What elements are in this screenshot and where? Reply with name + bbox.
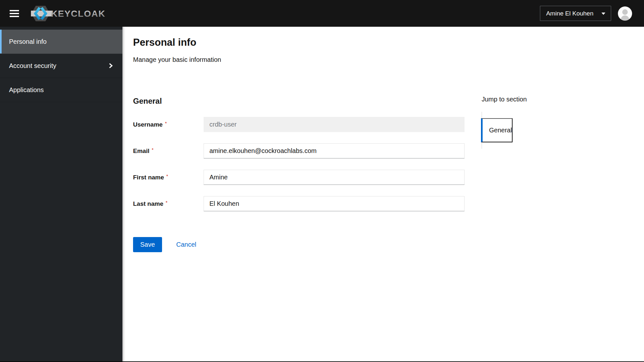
hamburger-bar [10,13,19,14]
label-text: Last name [133,200,163,207]
label-text: Username [133,121,163,128]
sidebar-item-account-security[interactable]: Account security [0,54,122,78]
jump-to-section-rail: Jump to section General [482,96,585,149]
user-menu-dropdown[interactable]: Amine El Kouhen [540,6,611,21]
hamburger-icon[interactable] [10,10,19,17]
keycloak-logo[interactable]: KEYCLOAK [31,5,111,22]
first-name-label: First name * [133,170,204,185]
keycloak-logo-icon: KEYCLOAK [31,5,111,22]
hamburger-bar [10,10,19,11]
sidebar: Personal info Account security Applicati… [0,27,122,362]
email-label: Email * [133,143,204,158]
masthead: KEYCLOAK Amine El Kouhen [0,0,644,27]
user-avatar-icon [618,6,632,21]
page-title: Personal info [133,37,221,48]
sidebar-item-personal-info[interactable]: Personal info [0,30,122,54]
sidebar-item-applications[interactable]: Applications [0,78,122,102]
first-name-input[interactable] [204,170,465,185]
form-actions: Save Cancel [133,237,465,252]
required-asterisk: * [152,147,154,152]
chevron-right-icon [109,63,113,69]
personal-info-form: General Username * Email * First name [133,96,465,252]
last-name-input[interactable] [204,196,465,211]
page-subtitle: Manage your basic information [133,56,221,63]
brand-text: KEYCLOAK [51,9,105,19]
jump-to-section-title: Jump to section [482,96,585,103]
form-section-title: General [133,96,465,106]
username-row: Username * [133,117,465,132]
username-label: Username * [133,117,204,132]
required-asterisk: * [165,120,167,126]
last-name-row: Last name * [133,196,465,211]
form-rows: Username * Email * First name * [133,117,465,211]
sidebar-item-label: Personal info [9,38,47,45]
jump-link-general[interactable]: General [481,118,513,142]
first-name-row: First name * [133,170,465,185]
required-asterisk: * [166,173,168,179]
save-button[interactable]: Save [133,237,162,252]
sidebar-item-label: Applications [9,86,44,94]
last-name-label: Last name * [133,196,204,211]
user-menu-label: Amine El Kouhen [546,10,593,17]
caret-down-icon [601,13,605,15]
username-input [204,117,465,132]
required-asterisk: * [166,200,168,205]
hamburger-bar [10,16,19,17]
label-text: Email [133,148,149,155]
cancel-link[interactable]: Cancel [176,241,196,248]
jump-link-list: General [482,112,585,149]
main-content: Personal info Manage your basic informat… [122,27,644,362]
email-row: Email * [133,143,465,158]
sidebar-item-label: Account security [9,62,56,70]
label-text: First name [133,174,164,181]
page-header: Personal info Manage your basic informat… [133,37,221,63]
email-input[interactable] [204,143,465,158]
